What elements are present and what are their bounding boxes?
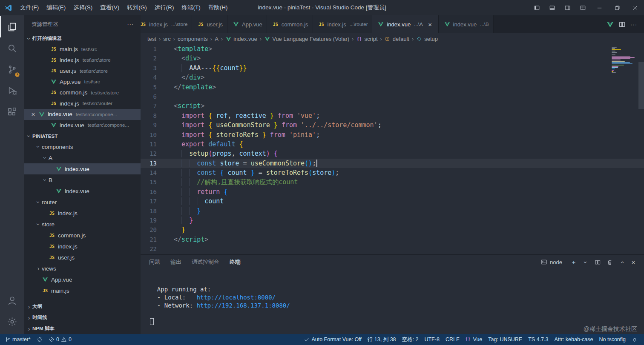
code-line[interactable]: 12 setup(props, context) { — [141, 149, 644, 158]
more-actions-icon[interactable]: ··· — [127, 21, 134, 27]
open-editor-item[interactable]: JSuser.jstest\src\store — [24, 66, 141, 77]
minimize-icon[interactable] — [590, 0, 608, 15]
panel-tab-输出[interactable]: 输出 — [170, 255, 181, 269]
menu-item[interactable]: 查看(V) — [96, 0, 123, 15]
code-line[interactable]: 5</template> — [141, 83, 644, 92]
close-window-icon[interactable] — [626, 0, 644, 15]
activity-extensions[interactable] — [0, 101, 24, 123]
layout-right-icon[interactable] — [560, 0, 575, 15]
status-indentation[interactable]: 空格: 2 — [399, 334, 422, 345]
menu-item[interactable]: 转到(G) — [123, 0, 151, 15]
open-editor-item[interactable]: JScommon.jstest\src\store — [24, 87, 141, 98]
file-item[interactable]: JSuser.js — [24, 252, 141, 263]
menu-item[interactable]: 终端(T) — [178, 0, 204, 15]
file-item[interactable]: JSmain.js — [24, 285, 141, 296]
chevron-down-icon[interactable]: › — [580, 257, 591, 268]
open-editor-item[interactable]: JSindex.jstest\src\store — [24, 55, 141, 66]
editor-tab[interactable]: JSindex.js...\store — [141, 15, 192, 33]
activity-run-debug[interactable] — [0, 80, 24, 101]
restore-icon[interactable] — [608, 0, 626, 15]
status-tsconfig[interactable]: No tsconfig — [596, 334, 629, 345]
code-line[interactable]: 6 — [141, 92, 644, 101]
breadcrumb-item[interactable]: test — [147, 36, 156, 42]
activity-explorer[interactable] — [0, 16, 24, 37]
code-line[interactable]: 22 — [141, 244, 644, 254]
terminal-shell-picker[interactable]: node — [540, 259, 562, 265]
status-git-branch[interactable]: master* — [2, 334, 34, 345]
open-editor-item[interactable]: JSmain.jstest\src — [24, 44, 141, 55]
editor-tab[interactable]: index.vue...\B — [439, 15, 494, 33]
layout-sidebar-icon[interactable] — [529, 0, 544, 15]
code-line[interactable]: 9 import { useCommonStore } from '../../… — [141, 120, 644, 130]
file-item[interactable]: App.vue — [24, 274, 141, 285]
terminal-link[interactable]: http://localhost:8080/ — [197, 294, 276, 301]
activity-account[interactable] — [0, 290, 24, 311]
project-section-header[interactable]: › PINIATEST — [24, 131, 141, 141]
status-problems[interactable]: 00 — [46, 334, 75, 345]
breadcrumb-item[interactable]: src — [163, 36, 170, 42]
status-ts-version[interactable]: TS 4.7.3 — [525, 334, 551, 345]
more-icon[interactable]: ··· — [628, 19, 640, 30]
file-item[interactable]: index.vue — [24, 185, 141, 197]
file-item[interactable]: JSindex.js — [24, 241, 141, 252]
code-line[interactable]: 2 <div> — [141, 54, 644, 63]
breadcrumb-item[interactable]: A — [215, 36, 218, 42]
open-editors-header[interactable]: › 打开的编辑器 — [24, 33, 141, 44]
editor-scrollbar[interactable] — [638, 62, 644, 109]
code-line[interactable]: 11 export default { — [141, 140, 644, 149]
breadcrumb-item[interactable]: components — [178, 36, 208, 42]
code-editor[interactable]: 1<template>2 <div>3 AAA---{{count}}4 </d… — [141, 44, 644, 254]
terminal-output[interactable]: App running at: - Local: http://localhos… — [141, 269, 644, 334]
code-line[interactable]: 10 import { storeToRefs } from 'pinia'; — [141, 130, 644, 140]
status-cursor-position[interactable]: 行 13, 列 38 — [365, 334, 399, 345]
open-editor-item[interactable]: App.vuetest\src — [24, 77, 141, 88]
open-editor-item[interactable]: JSindex.jstest\src\router — [24, 98, 141, 109]
status-language-mode[interactable]: {}Vue — [463, 334, 486, 345]
close-icon[interactable]: × — [628, 257, 639, 268]
terminal-link[interactable]: http://192.168.137.1:8080/ — [197, 302, 290, 309]
activity-source-control[interactable] — [0, 59, 24, 80]
status-eol[interactable]: CRLF — [443, 334, 463, 345]
layout-panel-icon[interactable] — [544, 0, 560, 15]
code-line[interactable]: 3 AAA---{{count}} — [141, 63, 644, 73]
folder-item[interactable]: ›router — [24, 197, 141, 208]
plus-icon[interactable]: + — [568, 257, 579, 268]
sidebar-section-NPM 脚本[interactable]: ›NPM 脚本 — [24, 323, 141, 334]
status-attr-style[interactable]: Attr: kebab-case — [551, 334, 596, 345]
code-line[interactable]: 7<script> — [141, 101, 644, 111]
breadcrumb-item[interactable]: Vue Language Features (Volar) — [264, 36, 349, 42]
code-line[interactable]: 4 </div> — [141, 73, 644, 82]
code-line[interactable]: 17 count — [141, 197, 644, 206]
open-editor-item[interactable]: index.vuetest\src\compone... — [24, 120, 141, 131]
editor-tab[interactable]: JScommon.js — [267, 15, 313, 33]
editor-tab[interactable]: JSindex.js...\router — [313, 15, 373, 33]
menu-item[interactable]: 选择(S) — [69, 0, 96, 15]
split-icon[interactable] — [592, 257, 603, 268]
menu-item[interactable]: 编辑(E) — [43, 0, 69, 15]
activity-settings[interactable] — [0, 311, 24, 332]
close-icon[interactable]: × — [426, 20, 434, 28]
folder-item[interactable]: ›components — [24, 141, 141, 152]
code-line[interactable]: 21</script> — [141, 235, 644, 244]
panel-tab-调试控制台[interactable]: 调试控制台 — [192, 255, 219, 269]
code-line[interactable]: 1<template> — [141, 44, 644, 54]
status-notifications[interactable] — [629, 334, 641, 345]
code-line[interactable]: 15 //解构,且直接获取响应式的count — [141, 177, 644, 187]
sidebar-section-大纲[interactable]: ›大纲 — [24, 301, 141, 312]
menu-item[interactable]: 文件(F) — [16, 0, 43, 15]
breadcrumb-item[interactable]: default — [385, 36, 409, 42]
editor-tab[interactable]: App.vue — [227, 15, 267, 33]
code-line[interactable]: 8 import { ref, reactive } from 'vue'; — [141, 111, 644, 120]
editor-tab[interactable]: index.vue...\A× — [372, 15, 438, 33]
code-line[interactable]: 19 } — [141, 216, 644, 225]
breadcrumb-item[interactable]: setup — [416, 36, 438, 42]
menu-item[interactable]: 运行(R) — [151, 0, 178, 15]
layout-grid-icon[interactable] — [575, 0, 590, 15]
panel-tab-终端[interactable]: 终端 — [230, 255, 241, 269]
status-encoding[interactable]: UTF-8 — [421, 334, 442, 345]
close-icon[interactable]: × — [30, 111, 37, 118]
breadcrumb-item[interactable]: index.vue — [225, 36, 257, 42]
code-line[interactable]: 13 const store = useCommonStore(); — [141, 159, 644, 168]
code-line[interactable]: 14 const { count } = storeToRefs(store); — [141, 168, 644, 177]
file-item[interactable]: JScommon.js — [24, 230, 141, 241]
